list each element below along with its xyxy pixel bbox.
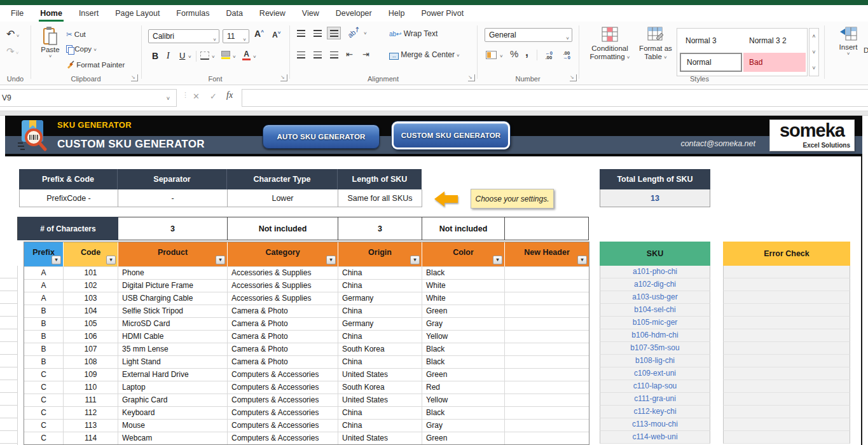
underline-button[interactable]: U — [179, 51, 185, 60]
cell-new-header[interactable] — [505, 279, 589, 292]
cell-origin[interactable]: China — [338, 355, 422, 368]
cell-prefix[interactable]: B — [24, 343, 64, 355]
fill-color-button[interactable] — [221, 51, 230, 59]
cell-new-header[interactable] — [505, 343, 589, 355]
cell-origin[interactable]: United States — [338, 394, 422, 406]
cell-category[interactable]: Camera & Photo — [228, 355, 338, 368]
cell-product[interactable]: HDMI Cable — [118, 330, 228, 343]
menu-tab-formulas[interactable]: Formulas — [168, 5, 217, 22]
cell-origin[interactable]: China — [338, 419, 422, 432]
menu-tab-page-layout[interactable]: Page Layout — [107, 5, 168, 22]
sku-cell[interactable]: b106-hdm-chi — [600, 329, 710, 342]
total-length-value[interactable]: 13 — [600, 189, 710, 207]
number-dialog-launcher[interactable]: ↘ — [570, 74, 577, 81]
contact-email[interactable]: contact@someka.net — [680, 139, 755, 148]
cell-product[interactable]: Selfie Stick Tripod — [118, 305, 228, 317]
cell-color[interactable]: White — [422, 292, 505, 305]
sku-cell[interactable]: c111-gra-uni — [600, 393, 710, 406]
cell-code[interactable]: 105 — [64, 317, 118, 330]
cell-color[interactable]: Green — [422, 368, 505, 381]
sku-cell[interactable]: a101-pho-chi — [600, 266, 710, 278]
fill-color-dropdown[interactable]: ˅ — [233, 54, 236, 60]
sku-cell[interactable]: a102-dig-chi — [600, 278, 710, 291]
menu-tab-data[interactable]: Data — [217, 5, 251, 22]
font-dialog-launcher[interactable]: ↘ — [280, 74, 287, 81]
char-count-value-4[interactable]: Not included — [422, 217, 505, 240]
cell-color[interactable]: Yellow — [422, 330, 505, 343]
cell-prefix[interactable]: C — [24, 381, 64, 394]
menu-tab-review[interactable]: Review — [251, 5, 294, 22]
filter-button-color[interactable]: ▾ — [493, 256, 502, 264]
char-count-value-3[interactable]: 3 — [338, 217, 422, 240]
cell-category[interactable]: Computers & Accessories — [228, 381, 338, 394]
cell-prefix[interactable]: A — [24, 266, 64, 279]
font-color-dropdown[interactable]: ˅ — [253, 54, 256, 60]
menu-tab-help[interactable]: Help — [380, 5, 413, 22]
cell-code[interactable]: 106 — [64, 330, 118, 343]
error-check-cell[interactable] — [723, 431, 850, 444]
style-normal-3[interactable]: Normal 3 — [680, 31, 742, 50]
cell-code[interactable]: 113 — [64, 419, 118, 432]
cell-prefix[interactable]: C — [24, 432, 64, 444]
someka-logo[interactable]: someka Excel Solutions — [769, 120, 855, 151]
sku-cell[interactable]: b107-35m-sou — [600, 342, 710, 355]
cell-product[interactable]: Phone — [118, 266, 228, 279]
cell-prefix[interactable]: C — [24, 406, 64, 419]
menu-tab-insert[interactable]: Insert — [71, 5, 107, 22]
accounting-format-button[interactable] — [486, 51, 497, 59]
cell-code[interactable]: 102 — [64, 279, 118, 292]
cell-color[interactable]: White — [422, 279, 505, 292]
align-center-button[interactable] — [310, 48, 324, 61]
cell-prefix[interactable]: C — [24, 419, 64, 432]
style-bad[interactable]: Bad — [743, 53, 806, 72]
insert-cells-button[interactable]: Insert ˅ — [834, 27, 862, 57]
menu-tab-power-pivot[interactable]: Power Pivot — [413, 5, 472, 22]
cell-code[interactable]: 107 — [64, 343, 118, 355]
cell-prefix[interactable]: A — [24, 292, 64, 305]
cell-color[interactable]: Black — [422, 343, 505, 355]
cell-origin[interactable]: China — [338, 305, 422, 317]
char-count-value-1[interactable]: 3 — [118, 217, 228, 240]
sku-cell[interactable]: c112-key-chi — [600, 406, 710, 418]
sku-cell[interactable]: b105-mic-ger — [600, 317, 710, 329]
cell-category[interactable]: Computers & Accessories — [228, 432, 338, 444]
error-check-cell[interactable] — [723, 380, 850, 393]
clipboard-dialog-launcher[interactable]: ↘ — [131, 74, 138, 81]
error-check-cell[interactable] — [723, 317, 850, 329]
sku-cell[interactable]: c110-lap-sou — [600, 380, 710, 393]
error-check-cell[interactable] — [723, 291, 850, 304]
cell-origin[interactable]: United States — [338, 368, 422, 381]
settings-value-2[interactable]: - — [118, 189, 228, 207]
cell-category[interactable]: Computers & Accessories — [228, 406, 338, 419]
error-check-cell[interactable] — [723, 342, 850, 355]
cell-code[interactable]: 104 — [64, 305, 118, 317]
format-painter-button[interactable]: Format Painter — [66, 60, 125, 69]
filter-button-origin[interactable]: ▾ — [410, 256, 420, 264]
cell-code[interactable]: 109 — [64, 368, 118, 381]
conditional-formatting-button[interactable]: ConditionalFormatting ˅ — [585, 27, 635, 62]
cell-new-header[interactable] — [505, 330, 589, 343]
cell-product[interactable]: Light Stand — [118, 355, 228, 368]
settings-value-4[interactable]: Same for all SKUs — [338, 189, 422, 207]
filter-button-product[interactable]: ▾ — [216, 256, 225, 264]
cell-origin[interactable]: China — [338, 406, 422, 419]
cell-new-header[interactable] — [505, 305, 589, 317]
menu-tab-view[interactable]: View — [294, 5, 327, 22]
error-check-cell[interactable] — [723, 266, 850, 278]
sku-cell[interactable]: c109-ext-uni — [600, 367, 710, 380]
orientation-dropdown[interactable]: ˅ — [364, 31, 367, 36]
paste-button[interactable]: Paste ˅ — [37, 27, 64, 59]
font-size-select[interactable]: 11˅ — [223, 29, 249, 43]
cell-product[interactable]: Laptop — [118, 381, 228, 394]
cell-prefix[interactable]: C — [24, 368, 64, 381]
cell-origin[interactable]: China — [338, 266, 422, 279]
copy-button[interactable]: Copy ˅ — [66, 45, 97, 53]
increase-font-button[interactable]: A˄ — [254, 29, 264, 39]
cell-category[interactable]: Camera & Photo — [228, 330, 338, 343]
bold-button[interactable]: B — [152, 51, 158, 61]
cell-color[interactable]: Red — [422, 381, 505, 394]
cell-prefix[interactable]: C — [24, 394, 64, 406]
cell-code[interactable]: 101 — [64, 266, 118, 279]
comma-style-button[interactable]: , — [525, 46, 528, 59]
cell-color[interactable]: Black — [422, 355, 505, 368]
